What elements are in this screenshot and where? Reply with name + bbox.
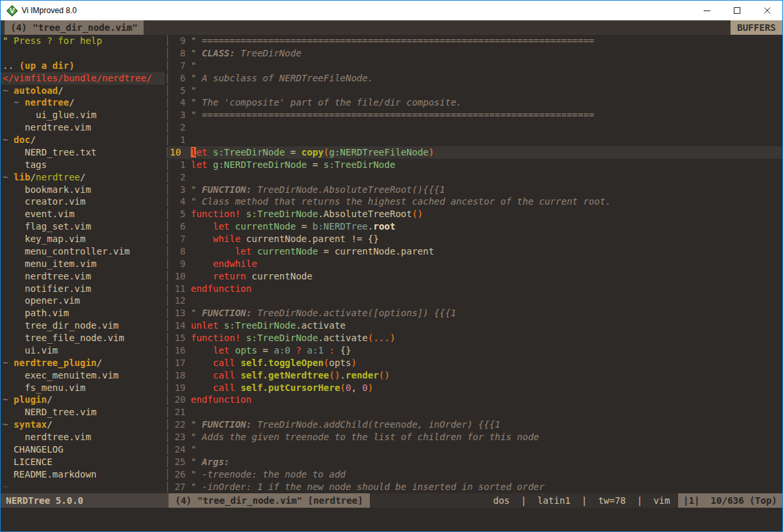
tree-item[interactable]: nerdtree.vim xyxy=(1,270,165,283)
tab-line: (4) "tree_dir_node.vim" BUFFERS xyxy=(1,20,782,35)
tree-item[interactable]: ~ xyxy=(1,481,165,493)
tree-item[interactable]: ~ nerdtree_plugin/ xyxy=(1,357,165,369)
code-text: " Adds the given treenode to the list of… xyxy=(191,431,782,443)
tree-item[interactable]: ~ syntax/ xyxy=(1,419,165,431)
tree-item[interactable]: nerdtree.vim xyxy=(1,121,165,134)
code-line[interactable]: 12 xyxy=(169,295,782,307)
tree-item[interactable]: " Press ? for help xyxy=(1,35,165,47)
tree-item[interactable]: ~ plugin/ xyxy=(1,394,165,406)
tree-item[interactable]: NERD_tree.vim xyxy=(1,406,165,419)
tree-item[interactable]: ~ lib/nerdtree/ xyxy=(1,171,165,184)
close-button[interactable] xyxy=(752,1,782,20)
tree-item[interactable]: tree_dir_node.vim xyxy=(1,319,165,332)
tree-text: ~ nerdtree/ xyxy=(3,96,165,109)
code-line[interactable]: 8 let currentNode = currentNode.parent xyxy=(169,245,782,258)
tree-text: menu_controller.vim xyxy=(3,245,165,258)
code-line[interactable]: 1 xyxy=(169,134,782,146)
code-line[interactable]: 5" xyxy=(169,85,782,97)
line-number: 26 xyxy=(170,468,186,481)
tab-active[interactable]: (4) "tree_dir_node.vim" xyxy=(5,20,144,35)
tree-item[interactable] xyxy=(1,47,165,60)
code-text: " ======================================… xyxy=(191,109,782,121)
tree-item[interactable]: CHANGELOG xyxy=(1,443,165,456)
line-number: 11 xyxy=(170,283,186,295)
line-number: 8 xyxy=(170,245,186,258)
code-line[interactable]: 18 call self.getNerdtree().render() xyxy=(169,369,782,382)
line-number: 9 xyxy=(170,258,186,270)
code-line[interactable]: 22" FUNCTION: TreeDirNode.addChild(treen… xyxy=(169,419,782,431)
code-line[interactable]: 8" CLASS: TreeDirNode xyxy=(169,47,782,60)
code-line[interactable]: 4" Class method that returns the highest… xyxy=(169,195,782,208)
code-line[interactable]: 6 let currentNode = b:NERDTree.root xyxy=(169,220,782,233)
tree-item[interactable]: menu_item.vim xyxy=(1,258,165,270)
command-line[interactable] xyxy=(1,508,782,531)
code-line[interactable]: 21 xyxy=(169,406,782,419)
code-text: let g:NERDTreeDirNode = s:TreeDirNode xyxy=(191,159,782,171)
code-line[interactable]: 26" -treenode: the node to add xyxy=(169,468,782,481)
code-text: endfunction xyxy=(191,283,782,295)
vim-window: V Vi IMproved 8.0 (4) "tree_dir_node.vim… xyxy=(0,0,783,532)
code-line[interactable]: 27" -inOrder: 1 if the new node should b… xyxy=(169,481,782,493)
code-line[interactable]: 16 let opts = a:0 ? a:1 : {} xyxy=(169,344,782,357)
code-line[interactable]: 9 endwhile xyxy=(169,258,782,270)
code-line[interactable]: 14unlet s:TreeDirNode.activate xyxy=(169,319,782,332)
code-line[interactable]: 7 while currentNode.parent != {} xyxy=(169,233,782,245)
tree-item[interactable]: path.vim xyxy=(1,307,165,319)
code-line[interactable]: 3" =====================================… xyxy=(169,109,782,121)
code-line[interactable]: 3" FUNCTION: TreeDirNode.AbsoluteTreeRoo… xyxy=(169,184,782,196)
tree-text: CHANGELOG xyxy=(3,443,165,456)
code-line[interactable]: 2 xyxy=(169,171,782,184)
code-line[interactable]: 10 return currentNode xyxy=(169,270,782,283)
code-line[interactable]: 1let g:NERDTreeDirNode = s:TreeDirNode xyxy=(169,159,782,171)
tree-item[interactable]: exec_menuitem.vim xyxy=(1,369,165,382)
tree-item[interactable]: NERD_tree.txt xyxy=(1,146,165,159)
tree-item[interactable]: tags xyxy=(1,159,165,171)
code-line[interactable]: 10let s:TreeDirNode = copy(g:NERDTreeFil… xyxy=(169,146,782,159)
tree-item[interactable]: key_map.vim xyxy=(1,233,165,245)
tree-item[interactable]: menu_controller.vim xyxy=(1,245,165,258)
maximize-button[interactable] xyxy=(722,1,752,20)
code-line[interactable]: 9" =====================================… xyxy=(169,35,782,47)
line-number: 8 xyxy=(170,47,186,60)
code-line[interactable]: 15function! s:TreeDirNode.activate(...) xyxy=(169,332,782,344)
code-line[interactable]: 20endfunction xyxy=(169,394,782,406)
tree-item[interactable]: creator.vim xyxy=(1,195,165,208)
code-text xyxy=(191,134,782,146)
code-line[interactable]: 5function! s:TreeDirNode.AbsoluteTreeRoo… xyxy=(169,208,782,220)
tree-item[interactable]: tree_file_node.vim xyxy=(1,332,165,344)
code-line[interactable]: 25" Args: xyxy=(169,456,782,468)
tree-item[interactable]: </vimfiles/bundle/nerdtree/ xyxy=(1,72,165,85)
tree-item[interactable]: fs_menu.vim xyxy=(1,382,165,394)
tree-item[interactable]: ~ nerdtree/ xyxy=(1,96,165,109)
tree-item[interactable]: ~ doc/ xyxy=(1,134,165,146)
minimize-button[interactable] xyxy=(692,1,722,20)
tree-item[interactable]: ui_glue.vim xyxy=(1,109,165,121)
tree-item[interactable]: flag_set.vim xyxy=(1,220,165,233)
code-line[interactable]: 7" xyxy=(169,60,782,72)
nerdtree-panel[interactable]: " Press ? for help.. (up a dir)</vimfile… xyxy=(1,35,165,493)
tree-text: README.markdown xyxy=(3,468,165,481)
tree-item[interactable]: ui.vim xyxy=(1,344,165,357)
code-line[interactable]: 2 xyxy=(169,121,782,134)
editor-panel[interactable]: 9" =====================================… xyxy=(169,35,782,493)
code-text: while currentNode.parent != {} xyxy=(191,233,782,245)
code-line[interactable]: 23" Adds the given treenode to the list … xyxy=(169,431,782,443)
tree-item[interactable]: ~ autoload/ xyxy=(1,85,165,97)
code-line[interactable]: 24" xyxy=(169,443,782,456)
tree-item[interactable]: .. (up a dir) xyxy=(1,60,165,72)
code-line[interactable]: 19 call self.putCursorHere(0, 0) xyxy=(169,382,782,394)
code-line[interactable]: 4" The 'composite' part of the file/dir … xyxy=(169,96,782,109)
tree-item[interactable]: notifier.vim xyxy=(1,283,165,295)
tree-item[interactable]: event.vim xyxy=(1,208,165,220)
code-line[interactable]: 13" FUNCTION: TreeDirNode.activate([opti… xyxy=(169,307,782,319)
tree-item[interactable]: opener.vim xyxy=(1,295,165,307)
code-line[interactable]: 11endfunction xyxy=(169,283,782,295)
code-line[interactable]: 6" A subclass of NERDTreeFileNode. xyxy=(169,72,782,85)
nerdtree-statusline: NERDTree 5.0.0 xyxy=(1,493,169,508)
tree-item[interactable]: README.markdown xyxy=(1,468,165,481)
code-line[interactable]: 17 call self.toggleOpen(opts) xyxy=(169,357,782,369)
tree-item[interactable]: bookmark.vim xyxy=(1,184,165,196)
tree-text: ~ nerdtree_plugin/ xyxy=(3,357,165,369)
tree-item[interactable]: nerdtree.vim xyxy=(1,431,165,443)
tree-item[interactable]: LICENCE xyxy=(1,456,165,468)
